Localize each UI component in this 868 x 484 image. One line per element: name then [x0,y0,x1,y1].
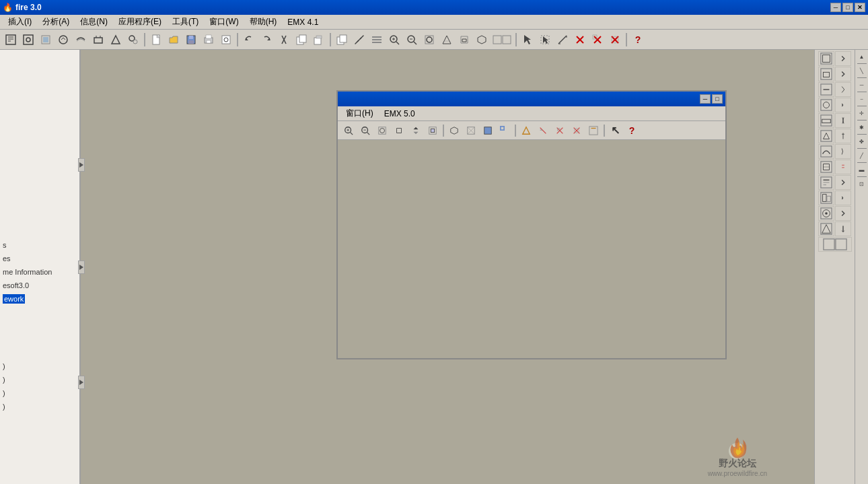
inner-tb-fit[interactable] [374,123,390,139]
close-button[interactable]: ✕ [855,3,865,12]
rt-right-1[interactable] [835,51,851,66]
tb-zoom-in[interactable] [386,32,402,48]
rt-right-4[interactable] [835,98,851,112]
menu-analyze[interactable]: 分析(A) [37,15,75,29]
tb-select[interactable] [519,32,536,48]
tb-paste[interactable] [311,32,327,48]
inner-tb-mode2[interactable] [535,123,551,139]
tb-x-delete2[interactable] [589,32,606,48]
rt-right-2[interactable] [835,67,851,81]
rt-left-12[interactable] [818,221,834,236]
fr-arrow-4[interactable]: ~ [857,94,867,104]
inner-tb-mode4[interactable] [569,123,585,139]
rt-left-6[interactable] [818,129,834,143]
inner-tb-cursor[interactable]: ↖ [607,123,623,139]
rt-right-6[interactable] [835,129,851,143]
menu-tools[interactable]: 工具(T) [167,15,204,29]
tb-fit[interactable] [421,32,437,48]
tb-btn-5[interactable] [73,32,89,48]
menu-emx[interactable]: EMX 4.1 [282,16,324,28]
inner-tb-solid[interactable] [480,123,496,139]
menu-window[interactable]: 窗口(W) [204,15,244,29]
fr-btn-10[interactable]: ⊡ [857,178,867,189]
inner-tb-3d[interactable] [446,123,462,139]
fr-btn-6[interactable]: ✱ [857,122,867,133]
tb-btn-6[interactable] [90,32,106,48]
inner-tb-translate[interactable] [425,123,441,139]
tb-perspective[interactable] [439,32,455,48]
tb-3d[interactable] [474,32,490,48]
maximize-button[interactable]: □ [842,3,853,12]
tb-select2[interactable] [537,32,553,48]
inner-tb-view4[interactable] [497,123,513,139]
tb-print[interactable] [201,32,217,48]
fr-arrow-up[interactable]: ▲ [857,51,867,62]
menu-application[interactable]: 应用程序(E) [113,15,167,29]
inner-tb-zoom-out[interactable] [357,123,373,139]
tb-btn-3[interactable] [38,32,54,48]
inner-tb-mode1[interactable] [518,123,534,139]
rt-right-11[interactable] [835,206,851,221]
tb-undo[interactable] [241,32,257,48]
fr-arrow-2[interactable]: ╲ [857,65,867,76]
fr-btn-5[interactable]: ✛ [857,108,867,118]
rt-right-3[interactable] [835,82,851,97]
rt-right-9[interactable] [835,175,851,190]
inner-tb-mode5[interactable] [585,123,602,139]
rt-right-12[interactable] [835,221,851,236]
inner-tb-mode3[interactable] [552,123,568,139]
tb-btn-1[interactable] [3,32,19,48]
rt-left-2[interactable] [818,67,834,81]
rt-left-9[interactable] [818,175,834,190]
rt-left-4[interactable] [818,98,834,112]
tb-btn-4[interactable] [55,32,71,48]
inner-maximize-button[interactable]: □ [712,94,723,104]
minimize-button[interactable]: ─ [830,3,841,12]
tb-view[interactable] [491,32,513,48]
rt-right-7[interactable] [835,144,851,159]
tb-copy[interactable] [293,32,310,48]
inner-tb-wireframe[interactable] [463,123,479,139]
collapse-arrow-top[interactable] [78,158,85,172]
collapse-arrow-mid[interactable] [78,261,85,274]
menu-insert[interactable]: 插入(I) [3,15,37,29]
rt-left-8[interactable] [818,160,834,174]
tb-zoom-out[interactable] [404,32,420,48]
rt-left-3[interactable] [818,82,834,97]
tb-btn-7[interactable] [108,32,124,48]
fr-arrow-3[interactable]: ─ [857,79,867,90]
tb-open[interactable] [166,32,182,48]
fr-btn-7[interactable]: ✤ [857,136,867,147]
menu-help[interactable]: 帮助(H) [244,15,283,29]
collapse-arrow-bottom[interactable] [78,376,85,389]
tb-x-delete[interactable] [572,32,588,48]
tb-x-delete3[interactable] [607,32,623,48]
inner-tb-rotate[interactable] [391,123,407,139]
rt-left-10[interactable] [818,191,834,205]
tb-rotate[interactable] [456,32,472,48]
inner-tb-zoom-in[interactable] [340,123,357,139]
tb-new[interactable] [148,32,164,48]
inner-tb-spin[interactable] [408,123,424,139]
rt-left-7[interactable] [818,144,834,159]
rt-right-10[interactable] [835,191,851,205]
menu-info[interactable]: 信息(N) [75,15,113,29]
tb-help[interactable]: ? [630,32,646,48]
fr-btn-8[interactable]: ╱ [857,150,867,161]
tb-link[interactable] [351,32,367,48]
rt-right-5[interactable] [835,113,851,128]
tb-copy2[interactable] [334,32,350,48]
rt-single-1[interactable] [818,237,852,252]
tb-btn-8[interactable] [125,32,141,48]
tb-properties[interactable] [369,32,385,48]
tb-measure[interactable] [554,32,571,48]
tb-redo[interactable] [258,32,275,48]
inner-minimize-button[interactable]: ─ [700,94,711,104]
rt-right-8[interactable] [835,160,851,174]
rt-left-11[interactable] [818,206,834,221]
tb-btn-2[interactable] [20,32,36,48]
rt-left-1[interactable] [818,51,834,66]
rt-left-5[interactable] [818,113,834,128]
inner-menu-emx[interactable]: EMX 5.0 [379,108,421,120]
tb-preview[interactable] [218,32,234,48]
